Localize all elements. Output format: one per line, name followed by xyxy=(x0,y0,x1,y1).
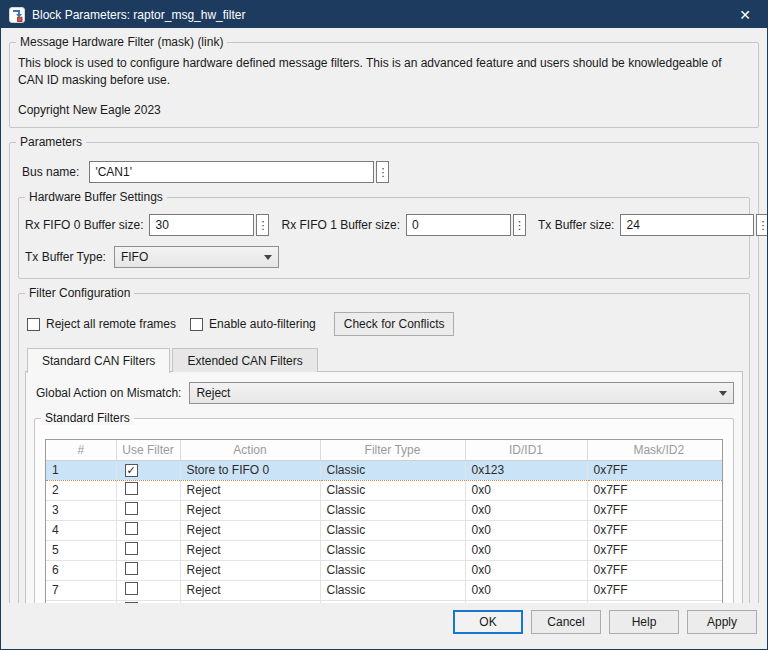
tx-buffer-input[interactable] xyxy=(620,214,754,236)
global-action-dropdown[interactable]: Reject xyxy=(189,382,734,404)
ok-button[interactable]: OK xyxy=(453,610,523,634)
use-filter-cell[interactable] xyxy=(116,540,180,560)
table-cell[interactable]: 0x7FF xyxy=(587,580,723,600)
table-cell[interactable]: 0x7FF xyxy=(587,480,723,500)
mask-group-title: Message Hardware Filter (mask) (link) xyxy=(16,35,227,49)
filter-options-row: Reject all remote frames Enable auto-fil… xyxy=(27,312,743,336)
checkbox-icon[interactable] xyxy=(125,542,138,555)
table-cell[interactable]: 0x0 xyxy=(465,520,587,540)
table-row[interactable]: 5RejectClassic0x00x7FF xyxy=(46,540,723,560)
table-cell[interactable]: Classic xyxy=(320,540,465,560)
table-cell[interactable]: Classic xyxy=(320,580,465,600)
checkbox-icon[interactable] xyxy=(190,318,203,331)
table-cell[interactable]: 0x0 xyxy=(465,580,587,600)
bus-name-menu-icon[interactable]: ⋮ xyxy=(376,161,389,183)
table-cell[interactable]: 0x7FF xyxy=(587,600,723,603)
table-cell[interactable]: 0x7FF xyxy=(587,560,723,580)
checkbox-icon[interactable] xyxy=(125,562,138,575)
table-cell[interactable]: 2 xyxy=(46,480,116,500)
checkbox-icon[interactable]: ✓ xyxy=(125,464,138,477)
table-cell[interactable]: Classic xyxy=(320,500,465,520)
table-cell[interactable]: 1 xyxy=(46,460,116,480)
use-filter-cell[interactable] xyxy=(116,600,180,603)
table-cell[interactable]: 0x7FF xyxy=(587,520,723,540)
table-cell[interactable]: 3 xyxy=(46,500,116,520)
table-cell[interactable]: Reject xyxy=(180,580,320,600)
column-header[interactable]: Mask/ID2 xyxy=(587,440,723,460)
copyright-text: Copyright New Eagle 2023 xyxy=(18,103,750,117)
rx-fifo1-menu-icon[interactable]: ⋮ xyxy=(513,214,526,236)
use-filter-cell[interactable] xyxy=(116,500,180,520)
table-cell[interactable]: Reject xyxy=(180,500,320,520)
help-button[interactable]: Help xyxy=(609,610,679,634)
table-row[interactable]: 8RejectClassic0x00x7FF xyxy=(46,600,723,603)
table-cell[interactable]: Reject xyxy=(180,600,320,603)
table-row[interactable]: 6RejectClassic0x00x7FF xyxy=(46,560,723,580)
table-cell[interactable]: 7 xyxy=(46,580,116,600)
table-cell[interactable]: Classic xyxy=(320,560,465,580)
close-icon[interactable]: ✕ xyxy=(731,7,759,23)
table-cell[interactable]: 4 xyxy=(46,520,116,540)
use-filter-cell[interactable] xyxy=(116,480,180,500)
checkbox-icon[interactable] xyxy=(125,602,138,603)
table-cell[interactable]: Classic xyxy=(320,520,465,540)
table-cell[interactable]: Reject xyxy=(180,480,320,500)
table-cell[interactable]: 0x0 xyxy=(465,600,587,603)
table-cell[interactable]: Classic xyxy=(320,460,465,480)
tx-buffer-label: Tx Buffer size: xyxy=(538,218,614,232)
checkbox-icon[interactable] xyxy=(125,502,138,515)
table-cell[interactable]: Reject xyxy=(180,540,320,560)
table-cell[interactable]: 0x0 xyxy=(465,560,587,580)
table-cell[interactable]: 0x7FF xyxy=(587,540,723,560)
rx-fifo1-input[interactable] xyxy=(406,214,511,236)
use-filter-cell[interactable] xyxy=(116,520,180,540)
reject-remote-frames-checkbox[interactable]: Reject all remote frames xyxy=(27,317,176,331)
table-cell[interactable]: 0x123 xyxy=(465,460,587,480)
column-header[interactable]: # xyxy=(46,440,116,460)
check-for-conflicts-button[interactable]: Check for Conflicts xyxy=(334,312,455,336)
table-row[interactable]: 3RejectClassic0x00x7FF xyxy=(46,500,723,520)
table-cell[interactable]: 0x7FF xyxy=(587,460,723,480)
table-cell[interactable]: 6 xyxy=(46,560,116,580)
checkbox-icon[interactable] xyxy=(125,582,138,595)
rx-fifo0-menu-icon[interactable]: ⋮ xyxy=(256,214,269,236)
table-cell[interactable]: Classic xyxy=(320,600,465,603)
use-filter-cell[interactable] xyxy=(116,560,180,580)
table-cell[interactable]: Reject xyxy=(180,520,320,540)
table-cell[interactable]: 5 xyxy=(46,540,116,560)
use-filter-cell[interactable] xyxy=(116,580,180,600)
table-cell[interactable]: 8 xyxy=(46,600,116,603)
tx-buffer-type-dropdown[interactable]: FIFO xyxy=(114,246,279,268)
table-row[interactable]: 7RejectClassic0x00x7FF xyxy=(46,580,723,600)
checkbox-icon[interactable] xyxy=(125,482,138,495)
tx-buffer-menu-icon[interactable]: ⋮ xyxy=(756,214,767,236)
column-header[interactable]: Use Filter xyxy=(116,440,180,460)
table-cell[interactable]: 0x0 xyxy=(465,480,587,500)
tab-extended-can-filters[interactable]: Extended CAN Filters xyxy=(172,348,317,372)
table-cell[interactable]: Classic xyxy=(320,480,465,500)
table-row[interactable]: 4RejectClassic0x00x7FF xyxy=(46,520,723,540)
chevron-down-icon xyxy=(719,391,727,396)
table-cell[interactable]: 0x0 xyxy=(465,500,587,520)
tab-standard-can-filters[interactable]: Standard CAN Filters xyxy=(27,348,170,373)
checkbox-icon[interactable] xyxy=(27,318,40,331)
cancel-button[interactable]: Cancel xyxy=(531,610,601,634)
window-title: Block Parameters: raptor_msg_hw_filter xyxy=(32,8,731,22)
bus-name-input[interactable] xyxy=(89,161,374,183)
column-header[interactable]: Action xyxy=(180,440,320,460)
titlebar[interactable]: Block Parameters: raptor_msg_hw_filter ✕ xyxy=(1,1,767,28)
checkbox-icon[interactable] xyxy=(125,522,138,535)
column-header[interactable]: Filter Type xyxy=(320,440,465,460)
table-cell[interactable]: 0x0 xyxy=(465,540,587,560)
use-filter-cell[interactable]: ✓ xyxy=(116,460,180,480)
table-cell[interactable]: Reject xyxy=(180,560,320,580)
table-cell[interactable]: Store to FIFO 0 xyxy=(180,460,320,480)
table-row[interactable]: 1✓Store to FIFO 0Classic0x1230x7FF xyxy=(46,460,723,480)
table-row[interactable]: 2RejectClassic0x00x7FF xyxy=(46,480,723,500)
enable-auto-filtering-label: Enable auto-filtering xyxy=(209,317,316,331)
enable-auto-filtering-checkbox[interactable]: Enable auto-filtering xyxy=(190,317,316,331)
apply-button[interactable]: Apply xyxy=(687,610,757,634)
rx-fifo0-input[interactable] xyxy=(149,214,254,236)
column-header[interactable]: ID/ID1 xyxy=(465,440,587,460)
table-cell[interactable]: 0x7FF xyxy=(587,500,723,520)
